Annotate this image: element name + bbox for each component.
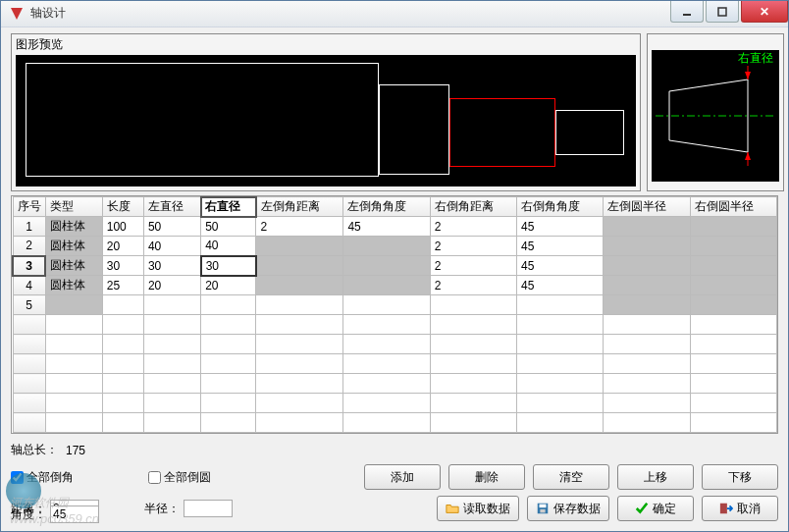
column-header[interactable]: 长度 <box>102 197 143 217</box>
grid-cell[interactable] <box>430 394 516 413</box>
grid-cell[interactable] <box>690 354 776 374</box>
grid-cell[interactable] <box>256 394 343 413</box>
grid-cell[interactable] <box>45 394 102 413</box>
grid-cell[interactable] <box>102 295 143 315</box>
grid-cell[interactable]: 20 <box>201 276 256 295</box>
grid-cell[interactable] <box>604 237 690 256</box>
grid-cell[interactable] <box>343 256 430 276</box>
grid-cell[interactable] <box>690 256 776 276</box>
row-header[interactable]: 4 <box>13 276 45 295</box>
grid-cell[interactable] <box>102 374 143 394</box>
grid-cell[interactable] <box>343 295 430 315</box>
grid-cell[interactable] <box>690 237 776 256</box>
add-button[interactable]: 添加 <box>364 464 441 490</box>
grid-cell[interactable] <box>256 295 343 315</box>
grid-cell[interactable] <box>604 335 690 354</box>
grid-cell[interactable] <box>102 413 143 433</box>
grid-cell[interactable] <box>690 374 776 394</box>
grid-cell[interactable] <box>604 276 690 295</box>
grid-cell[interactable] <box>256 256 343 276</box>
all-fillet-checkbox[interactable]: 全部倒圆 <box>148 469 211 486</box>
grid-cell[interactable] <box>604 354 690 374</box>
grid-cell[interactable] <box>143 335 200 354</box>
column-header[interactable]: 右倒角距离 <box>430 197 516 217</box>
grid-cell[interactable] <box>256 374 343 394</box>
grid-cell[interactable] <box>102 354 143 374</box>
grid-cell[interactable] <box>430 315 516 335</box>
grid-cell[interactable] <box>45 354 102 374</box>
grid-cell[interactable] <box>256 354 343 374</box>
grid-cell[interactable] <box>201 335 256 354</box>
grid-cell[interactable] <box>516 295 603 315</box>
grid-cell[interactable] <box>604 256 690 276</box>
grid-cell[interactable] <box>201 354 256 374</box>
grid-cell[interactable] <box>430 374 516 394</box>
grid-cell[interactable]: 圆柱体 <box>45 276 102 295</box>
grid-cell[interactable]: 2 <box>430 237 516 256</box>
grid-cell[interactable]: 2 <box>430 276 516 295</box>
grid-cell[interactable] <box>143 394 200 413</box>
grid-cell[interactable] <box>201 413 256 433</box>
grid-cell[interactable]: 40 <box>201 237 256 256</box>
column-header[interactable]: 左倒角距离 <box>256 197 343 217</box>
close-button[interactable]: ✕ <box>741 1 788 23</box>
clear-button[interactable]: 清空 <box>533 464 609 490</box>
grid-cell[interactable]: 30 <box>143 256 200 276</box>
grid-cell[interactable] <box>201 374 256 394</box>
column-header[interactable]: 左直径 <box>143 197 200 217</box>
grid-cell[interactable] <box>516 354 603 374</box>
data-grid[interactable]: 序号类型长度左直径右直径左倒角距离左倒角角度右倒角距离右倒角角度左倒圆半径右倒圆… <box>11 195 778 435</box>
grid-cell[interactable] <box>690 394 776 413</box>
grid-cell[interactable] <box>256 413 343 433</box>
move-down-button[interactable]: 下移 <box>702 464 778 490</box>
grid-cell[interactable] <box>45 295 102 315</box>
row-header[interactable]: 2 <box>13 237 45 256</box>
column-header[interactable]: 右倒角角度 <box>516 197 603 217</box>
grid-cell[interactable]: 40 <box>143 237 200 256</box>
grid-cell[interactable] <box>343 335 430 354</box>
grid-cell[interactable] <box>102 394 143 413</box>
row-header[interactable]: 3 <box>13 256 45 276</box>
grid-cell[interactable] <box>604 315 690 335</box>
grid-cell[interactable]: 2 <box>430 217 516 237</box>
grid-cell[interactable] <box>45 413 102 433</box>
grid-cell[interactable] <box>430 335 516 354</box>
column-header[interactable]: 左倒角角度 <box>343 197 430 217</box>
grid-cell[interactable] <box>45 374 102 394</box>
grid-cell[interactable] <box>256 335 343 354</box>
grid-cell[interactable]: 45 <box>516 217 603 237</box>
grid-cell[interactable]: 45 <box>343 217 430 237</box>
grid-cell[interactable] <box>143 354 200 374</box>
grid-cell[interactable]: 45 <box>516 276 603 295</box>
grid-cell[interactable]: 50 <box>143 217 200 237</box>
column-header[interactable]: 左倒圆半径 <box>604 197 690 217</box>
grid-cell[interactable]: 45 <box>516 237 603 256</box>
grid-cell[interactable] <box>430 413 516 433</box>
grid-cell[interactable] <box>143 413 200 433</box>
grid-cell[interactable] <box>343 276 430 295</box>
grid-cell[interactable] <box>430 295 516 315</box>
grid-cell[interactable] <box>343 237 430 256</box>
grid-cell[interactable]: 圆柱体 <box>45 217 102 237</box>
grid-cell[interactable] <box>690 276 776 295</box>
row-header[interactable]: 1 <box>13 217 45 237</box>
grid-cell[interactable] <box>201 394 256 413</box>
grid-cell[interactable] <box>256 315 343 335</box>
grid-cell[interactable] <box>343 315 430 335</box>
grid-cell[interactable] <box>690 217 776 237</box>
column-header[interactable]: 序号 <box>13 197 45 217</box>
column-header[interactable]: 类型 <box>45 197 102 217</box>
maximize-button[interactable] <box>706 1 739 23</box>
grid-cell[interactable] <box>604 295 690 315</box>
grid-cell[interactable] <box>690 295 776 315</box>
minimize-button[interactable] <box>670 1 704 23</box>
grid-cell[interactable] <box>604 217 690 237</box>
grid-cell[interactable] <box>516 413 603 433</box>
grid-cell[interactable] <box>516 374 603 394</box>
grid-cell[interactable] <box>430 354 516 374</box>
grid-cell[interactable] <box>102 335 143 354</box>
grid-cell[interactable] <box>256 237 343 256</box>
grid-cell[interactable] <box>143 315 200 335</box>
row-header[interactable]: 5 <box>13 295 45 315</box>
grid-cell[interactable]: 2 <box>430 256 516 276</box>
